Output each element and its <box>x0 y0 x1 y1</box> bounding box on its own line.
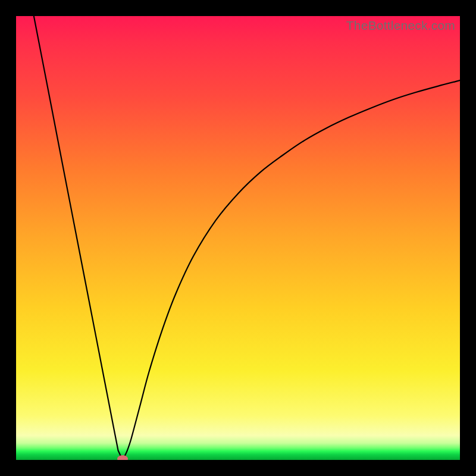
cusp-marker <box>117 455 128 460</box>
curve-right-branch <box>123 80 460 460</box>
watermark-text: TheBottleneck.com <box>346 18 455 33</box>
curve-left-branch <box>34 16 123 460</box>
plot-area: TheBottleneck.com <box>16 16 460 460</box>
bottleneck-curve <box>16 16 460 460</box>
chart-frame: TheBottleneck.com <box>0 0 476 476</box>
